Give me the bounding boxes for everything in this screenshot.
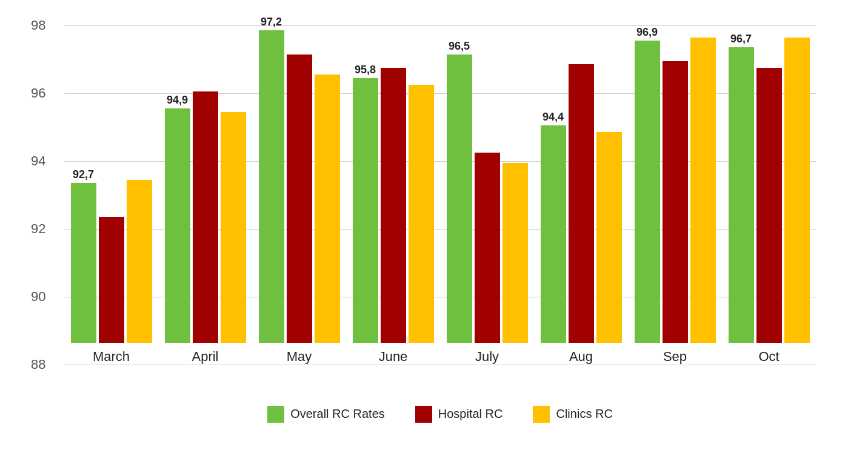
- bars-row: 96,996.397.0: [635, 23, 716, 343]
- month-label: June: [379, 349, 408, 365]
- overall-bar-wrapper: 96,7: [729, 33, 754, 342]
- month-label: April: [192, 349, 218, 365]
- clinics-bar: [690, 38, 716, 343]
- overall-bar-value: 96,5: [449, 40, 470, 53]
- y-axis-label: 92: [31, 221, 45, 237]
- clinics-bar-wrapper: 97.0: [690, 23, 716, 343]
- hospital-bar: [569, 64, 594, 342]
- clinics-bar: [784, 38, 810, 343]
- hospital-bar: [756, 68, 782, 343]
- overall-bar-wrapper: 96,5: [447, 40, 472, 343]
- overall-bar-value: 96,7: [730, 33, 752, 45]
- overall-bar: [635, 41, 660, 342]
- overall-bar-wrapper: 92,7: [71, 168, 96, 342]
- month-label: Oct: [758, 349, 779, 365]
- month-group: 94,496.294.2Aug: [534, 50, 628, 364]
- hospital-bar: [663, 61, 688, 343]
- grid-line: [64, 365, 816, 365]
- clinics-bar: [502, 163, 528, 343]
- overall-bar: [729, 47, 754, 342]
- overall-bar-wrapper: 94,9: [165, 94, 190, 342]
- month-group: 95,896.195.6June: [346, 53, 440, 365]
- month-label: March: [93, 349, 130, 365]
- chart-area: 88909294969892,791.792.8March94,995.494.…: [64, 25, 816, 395]
- legend-label: Clinics RC: [556, 407, 612, 421]
- overall-bar-value: 94,4: [542, 111, 564, 124]
- clinics-bar-wrapper: 94.2: [596, 117, 622, 342]
- clinics-bar-wrapper: 95.9: [315, 60, 340, 342]
- hospital-bar-wrapper: 95.4: [193, 77, 218, 342]
- bars-row: 94,496.294.2: [541, 50, 622, 342]
- overall-bar: [447, 55, 472, 343]
- hospital-bar: [381, 68, 406, 343]
- clinics-bar-wrapper: 92.8: [127, 165, 152, 343]
- month-label: May: [287, 349, 312, 365]
- month-group: 96,996.397.0Sep: [628, 23, 722, 365]
- legend-swatch: [267, 406, 284, 423]
- overall-bar: [165, 108, 190, 342]
- hospital-bar: [287, 55, 312, 343]
- hospital-bar-wrapper: 96.1: [381, 53, 406, 343]
- clinics-bar: [315, 74, 340, 342]
- bars-row: 95,896.195.6: [353, 53, 434, 343]
- month-label: July: [475, 349, 499, 365]
- overall-bar-wrapper: 97,2: [259, 16, 284, 342]
- legend-swatch: [533, 406, 550, 423]
- bars-row: 96,593.693.3: [447, 40, 528, 343]
- overall-bar: [353, 78, 378, 343]
- legend-item: Clinics RC: [533, 406, 612, 423]
- legend: Overall RC RatesHospital RCClinics RC: [64, 406, 816, 423]
- hospital-bar-wrapper: 96.1: [756, 53, 782, 343]
- bars-row: 94,995.494.8: [165, 77, 246, 342]
- bars-area: 92,791.792.8March94,995.494.8April97,296…: [64, 25, 816, 365]
- legend-label: Hospital RC: [438, 407, 503, 421]
- hospital-bar: [193, 91, 218, 342]
- clinics-bar: [596, 132, 622, 342]
- y-axis-label: 88: [31, 357, 45, 372]
- hospital-bar-wrapper: 96.3: [663, 47, 688, 343]
- month-label: Sep: [663, 349, 687, 365]
- hospital-bar-wrapper: 96.2: [569, 50, 594, 342]
- hospital-bar-wrapper: 96.5: [287, 40, 312, 343]
- bars-row: 97,296.595.9: [259, 16, 340, 342]
- month-group: 97,296.595.9May: [252, 16, 346, 364]
- y-axis-label: 90: [31, 289, 45, 305]
- clinics-bar: [127, 180, 152, 343]
- overall-bar: [541, 125, 566, 342]
- month-group: 96,593.693.3July: [440, 40, 534, 365]
- legend-label: Overall RC Rates: [290, 407, 385, 421]
- overall-bar-value: 95,8: [355, 64, 376, 76]
- legend-item: Hospital RC: [415, 406, 503, 423]
- bars-row: 92,791.792.8: [71, 165, 152, 343]
- clinics-bar: [409, 85, 434, 343]
- month-group: 92,791.792.8March: [64, 165, 158, 365]
- legend-item: Overall RC Rates: [267, 406, 385, 423]
- hospital-bar-wrapper: 91.7: [99, 202, 124, 342]
- y-axis-label: 94: [31, 153, 45, 169]
- clinics-bar-wrapper: 93.3: [502, 148, 528, 343]
- bars-row: 96,796.197.0: [729, 23, 810, 343]
- clinics-bar-wrapper: 97.0: [784, 23, 810, 343]
- clinics-bar-wrapper: 94.8: [221, 98, 246, 343]
- clinics-bar: [221, 112, 246, 343]
- overall-bar-value: 92,7: [73, 168, 94, 181]
- overall-bar: [71, 183, 96, 342]
- hospital-bar: [99, 217, 124, 342]
- overall-bar-value: 97,2: [261, 16, 282, 28]
- hospital-bar: [475, 153, 500, 343]
- overall-bar-value: 96,9: [636, 26, 658, 39]
- month-group: 96,796.197.0Oct: [722, 23, 816, 365]
- overall-bar: [259, 30, 284, 342]
- overall-bar-wrapper: 95,8: [353, 64, 378, 343]
- overall-bar-value: 94,9: [167, 94, 188, 107]
- clinics-bar-wrapper: 95.6: [409, 70, 434, 343]
- hospital-bar-wrapper: 93.6: [475, 138, 500, 343]
- chart-container: 88909294969892,791.792.8March94,995.494.…: [16, 13, 852, 437]
- y-axis-label: 96: [31, 85, 45, 101]
- month-label: Aug: [569, 349, 593, 365]
- overall-bar-wrapper: 94,4: [541, 111, 566, 342]
- y-axis-label: 98: [31, 18, 45, 33]
- legend-swatch: [415, 406, 432, 423]
- month-group: 94,995.494.8April: [158, 77, 252, 364]
- overall-bar-wrapper: 96,9: [635, 26, 660, 342]
